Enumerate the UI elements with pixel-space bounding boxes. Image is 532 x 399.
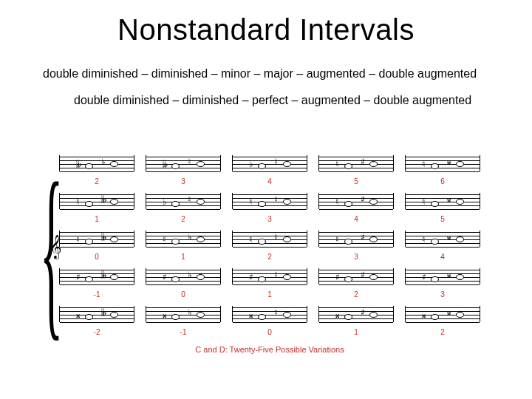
whole-note-2 (369, 161, 378, 167)
whole-note-1 (171, 239, 180, 245)
staff-cell: ♯𝄪 (405, 268, 480, 284)
accidental-1: ♯ (76, 273, 81, 282)
note-group: ♮♯ (319, 231, 393, 247)
accidental-1: ♮ (422, 160, 425, 168)
accidental-1: 𝄫 (163, 160, 168, 168)
whole-note-1 (258, 314, 266, 320)
whole-note-2 (283, 274, 291, 280)
whole-note-2 (197, 312, 205, 318)
accidental-1: ♮ (335, 197, 338, 206)
interval-number: 3 (318, 253, 394, 261)
staff-cell: ♮𝄪 (405, 193, 480, 209)
accidental-2: 𝄪 (447, 233, 451, 242)
mini-staff: ♯♮ (232, 268, 307, 284)
mini-staff: ♮♭ (146, 231, 221, 247)
slide-title: Nonstandard Intervals (0, 13, 532, 47)
mini-staff: ♭♮ (232, 155, 307, 171)
note-group: 𝄪♭ (146, 306, 220, 322)
accidental-1: ♮ (163, 235, 166, 244)
staff-row: 𝄫♭𝄫♮♭♮♮♯♮𝄪 (59, 155, 480, 171)
whole-note-2 (110, 312, 118, 318)
number-row: 23456 (59, 177, 480, 185)
interval-number: -2 (59, 328, 134, 336)
accidental-1: ♮ (335, 160, 338, 168)
interval-number: 0 (232, 328, 307, 336)
accidental-2: ♯ (361, 270, 365, 279)
whole-note-1 (171, 201, 180, 207)
mini-staff: 𝄪𝄪 (405, 306, 480, 322)
accidental-2: ♯ (361, 308, 365, 317)
staff-cell: ♮𝄪 (405, 155, 480, 171)
note-group: ♭♮ (233, 155, 307, 171)
note-group: 𝄫♮ (146, 155, 220, 171)
interval-number: 5 (318, 177, 394, 185)
interval-number: 3 (146, 177, 221, 185)
music-figure: { 𝄞 𝄫♭𝄫♮♭♮♮♯♮𝄪23456♮𝄫♭♮♮♮♮♯♮𝄪12345♮𝄫♮♭♮♮… (59, 155, 480, 344)
accidental-2: ♭ (188, 233, 192, 242)
accidental-1: 𝄪 (335, 310, 339, 319)
mini-staff: 𝄪𝄫 (59, 306, 134, 322)
whole-note-2 (110, 274, 118, 280)
accidental-2: 𝄪 (447, 270, 451, 279)
accidental-2: ♮ (274, 233, 277, 242)
accidental-2: 𝄫 (101, 233, 106, 242)
staff-cell: ♭♮ (146, 193, 221, 209)
interval-number: 1 (59, 215, 134, 223)
whole-note-1 (344, 276, 352, 282)
interval-number: 1 (318, 328, 394, 336)
note-group: ♮𝄫 (60, 193, 134, 209)
whole-note-2 (369, 199, 378, 205)
whole-note-1 (85, 239, 93, 245)
note-group: ♮𝄪 (406, 193, 480, 209)
whole-note-1 (344, 239, 352, 245)
whole-note-1 (258, 239, 266, 245)
accidental-1: ♭ (163, 197, 167, 206)
accidental-1: ♯ (249, 273, 253, 282)
note-group: ♮♮ (233, 231, 307, 247)
interval-number: 2 (146, 215, 221, 223)
interval-number: 4 (318, 215, 394, 223)
staff-cell: 𝄪♮ (232, 306, 307, 322)
accidental-2: ♮ (274, 195, 277, 204)
whole-note-1 (85, 201, 93, 207)
accidental-2: ♮ (188, 195, 191, 204)
accidental-2: 𝄪 (447, 195, 451, 204)
mini-staff: ♮𝄪 (405, 155, 480, 171)
whole-note-1 (431, 276, 439, 282)
staff-cell: ♮𝄪 (405, 231, 480, 247)
whole-note-1 (344, 201, 352, 207)
whole-note-1 (431, 201, 439, 207)
note-group: 𝄪𝄫 (60, 306, 134, 322)
staff-cell: ♮♭ (146, 231, 221, 247)
staff-cell: ♮𝄫 (59, 193, 134, 209)
accidental-2: ♮ (274, 308, 277, 317)
whole-note-1 (171, 314, 180, 320)
interval-number: 2 (232, 253, 307, 261)
whole-note-1 (431, 314, 439, 320)
interval-number: 4 (232, 177, 307, 185)
accidental-2: 𝄫 (101, 270, 106, 279)
whole-note-2 (369, 274, 378, 280)
accidental-1: ♯ (163, 273, 167, 282)
staff-cell: ♯♭ (146, 268, 221, 284)
interval-number: -1 (59, 290, 134, 299)
accidental-2: ♭ (188, 308, 192, 317)
whole-note-1 (344, 314, 352, 320)
mini-staff: ♯♭ (146, 268, 221, 284)
mini-staff: ♯♯ (318, 268, 394, 284)
mini-staff: ♯𝄫 (59, 268, 134, 284)
whole-note-2 (197, 199, 205, 205)
interval-number: 1 (232, 290, 307, 299)
whole-note-2 (197, 161, 205, 167)
staff-cell: ♭♮ (232, 155, 307, 171)
note-group: 𝄫♭ (60, 155, 134, 171)
staff-row: ♯𝄫♯♭♯♮♯♯♯𝄪 (59, 268, 480, 284)
staff-cell: ♮♮ (232, 193, 307, 209)
accidental-1: 𝄪 (422, 310, 426, 319)
number-row: 12345 (59, 215, 480, 223)
note-group: ♯♭ (146, 268, 220, 284)
interval-number: 1 (146, 253, 221, 261)
note-group: ♯♯ (319, 268, 393, 284)
staff-cell: 𝄪♯ (318, 306, 394, 322)
accidental-1: 𝄪 (249, 310, 253, 319)
